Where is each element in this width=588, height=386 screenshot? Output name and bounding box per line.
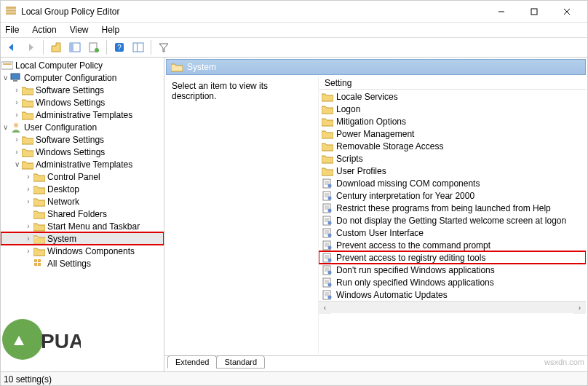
setting-policy[interactable]: Custom User Interface (319, 227, 586, 239)
minimize-button[interactable] (485, 1, 517, 22)
menu-help[interactable]: Help (102, 25, 120, 35)
up-button[interactable] (48, 39, 64, 55)
tree-control-panel[interactable]: › Control Panel (1, 170, 164, 183)
setting-policy[interactable]: Don't run specified Windows applications (319, 264, 586, 276)
scroll-right-button[interactable]: › (573, 302, 586, 314)
expand-icon[interactable]: › (24, 185, 33, 193)
tab-extended[interactable]: Extended (167, 355, 217, 369)
expand-icon[interactable]: › (12, 148, 21, 156)
help-button[interactable]: ? (111, 39, 127, 55)
expand-icon[interactable]: ∨ (1, 123, 9, 131)
setting-policy[interactable]: Prevent access to the command prompt (319, 239, 586, 251)
back-button[interactable] (4, 39, 20, 55)
tree-label: Software Settings (36, 135, 104, 145)
setting-policy[interactable]: Century interpretation for Year 2000 (319, 189, 586, 202)
filter-button[interactable] (156, 39, 172, 55)
setting-folder[interactable]: Removable Storage Access (319, 140, 586, 152)
svg-rect-8 (70, 43, 74, 52)
expand-icon[interactable]: › (12, 86, 21, 94)
svg-point-33 (328, 196, 332, 200)
setting-folder[interactable]: User Profiles (319, 165, 586, 177)
policy-icon (322, 203, 333, 213)
window-title: Local Group Policy Editor (21, 7, 485, 17)
policy-icon (322, 228, 333, 238)
svg-point-53 (328, 245, 332, 249)
show-hide-tree-button[interactable] (67, 39, 83, 55)
setting-policy[interactable]: Run only specified Windows applications (319, 276, 586, 288)
tree-label: Software Settings (36, 85, 104, 95)
scroll-track[interactable] (331, 302, 573, 314)
svg-rect-0 (6, 7, 16, 9)
setting-folder[interactable]: Locale Services (319, 90, 586, 103)
svg-rect-20 (34, 259, 37, 262)
menu-view[interactable]: View (70, 25, 89, 35)
setting-folder[interactable]: Logon (319, 103, 586, 115)
setting-policy[interactable]: Download missing COM components (319, 177, 586, 189)
folder-icon (22, 110, 33, 120)
setting-label: Prevent access to the command prompt (336, 240, 490, 251)
folder-icon (322, 141, 333, 151)
properties-button[interactable] (86, 39, 102, 55)
tree-user-config[interactable]: ∨ User Configuration (1, 121, 164, 133)
tree-cc-admin[interactable]: › Administrative Templates (1, 109, 164, 121)
menu-file[interactable]: File (5, 25, 19, 35)
setting-policy[interactable]: Restrict these programs from being launc… (319, 202, 586, 214)
tree-uc-admin[interactable]: ∨ Administrative Templates (1, 158, 164, 170)
close-button[interactable] (550, 1, 583, 22)
policy-icon (322, 265, 333, 275)
expand-icon[interactable]: › (24, 235, 33, 243)
tree-uc-software[interactable]: › Software Settings (1, 133, 164, 146)
folder-icon (33, 197, 45, 207)
app-icon (5, 6, 17, 17)
setting-policy[interactable]: Do not display the Getting Started welco… (319, 214, 586, 227)
tree-shared-folders[interactable]: Shared Folders (1, 208, 164, 220)
expand-icon[interactable]: ∨ (1, 74, 9, 82)
tree-cc-software[interactable]: › Software Settings (1, 84, 164, 96)
expand-icon[interactable]: › (24, 247, 33, 255)
setting-folder[interactable]: Power Management (319, 127, 586, 140)
setting-label: Century interpretation for Year 2000 (336, 191, 474, 201)
menu-action[interactable]: Action (32, 25, 56, 35)
setting-folder[interactable]: Scripts (319, 152, 586, 165)
tab-standard[interactable]: Standard (216, 355, 265, 369)
tree-all-settings[interactable]: All Settings (1, 257, 164, 269)
tree-computer-config[interactable]: ∨ Computer Configuration (1, 71, 164, 84)
tree-uc-windows[interactable]: › Windows Settings (1, 146, 164, 158)
description-panel: Select an item to view its description. (166, 76, 319, 354)
folder-icon (33, 246, 45, 256)
filter-options-button[interactable] (130, 39, 146, 55)
tree-desktop[interactable]: › Desktop (1, 183, 164, 195)
expand-icon[interactable]: ∨ (12, 160, 21, 168)
tree-windows-components[interactable]: › Windows Components (1, 245, 164, 257)
tree-cc-windows[interactable]: › Windows Settings (1, 96, 164, 109)
setting-folder[interactable]: Mitigation Options (319, 115, 586, 127)
policy-icon (322, 277, 333, 288)
expand-icon[interactable]: › (12, 111, 21, 119)
maximize-button[interactable] (517, 1, 550, 22)
tree-network[interactable]: › Network (1, 195, 164, 208)
tree-label: All Settings (47, 259, 91, 269)
expand-icon[interactable]: › (24, 197, 33, 205)
setting-policy[interactable]: Prevent access to registry editing tools (319, 251, 586, 264)
mmc-icon (1, 60, 13, 71)
menubar: File Action View Help (1, 23, 587, 37)
horizontal-scrollbar[interactable]: ‹ › (319, 301, 586, 313)
expand-icon[interactable]: › (24, 222, 33, 230)
setting-policy[interactable]: Windows Automatic Updates (319, 288, 586, 301)
scroll-left-button[interactable]: ‹ (319, 302, 331, 314)
settings-column-header[interactable]: Setting (319, 76, 586, 90)
titlebar: Local Group Policy Editor (1, 1, 587, 23)
tree-label: Shared Folders (47, 209, 107, 219)
tree-system[interactable]: › System (1, 232, 164, 245)
tree-label: Computer Configuration (24, 73, 116, 83)
content-header: System (166, 59, 586, 75)
expand-icon[interactable]: › (24, 173, 33, 181)
svg-rect-23 (38, 263, 41, 266)
expand-icon[interactable]: › (12, 135, 21, 143)
tree-root[interactable]: Local Computer Policy (1, 59, 164, 71)
expand-icon[interactable]: › (12, 98, 21, 106)
setting-label: Do not display the Getting Started welco… (336, 216, 566, 226)
tree-startmenu[interactable]: › Start Menu and Taskbar (1, 220, 164, 232)
setting-label: Power Management (336, 129, 414, 139)
folder-icon (22, 98, 33, 108)
